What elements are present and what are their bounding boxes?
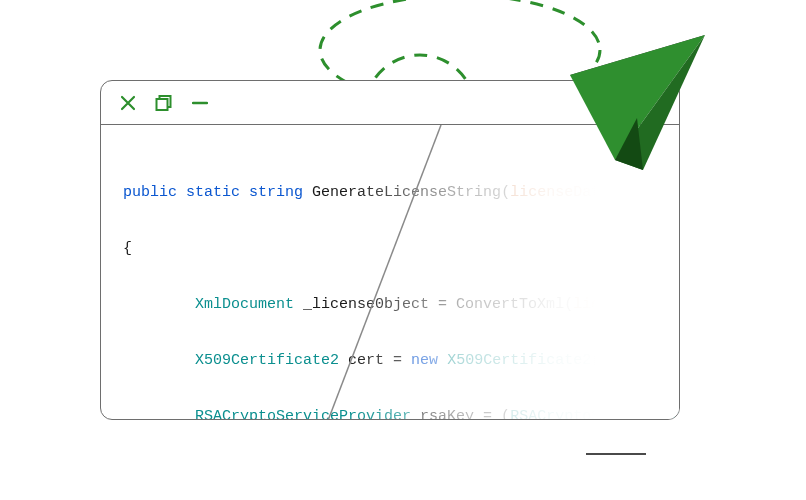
footer-line [586, 453, 646, 455]
indent [123, 408, 195, 420]
close: ); [600, 296, 618, 313]
equals: = [429, 296, 456, 313]
var-license: _license0bject [303, 296, 429, 313]
type-x509-2: X509Certificate2 [447, 352, 591, 369]
close-button[interactable] [119, 94, 137, 112]
indent [123, 296, 195, 313]
svg-rect-3 [157, 99, 168, 110]
code-line-4: X509Certificate2 cert = new X509Certific… [123, 347, 657, 375]
type-rsa-2: RSACryptoServiceProvi [510, 408, 680, 420]
paper-plane-icon [555, 20, 725, 190]
type-xmldocument: XmlDocument [195, 296, 294, 313]
equals: = [384, 352, 411, 369]
indent [123, 352, 195, 369]
equals: = [474, 408, 501, 420]
paren: ( [501, 408, 510, 420]
arg-certkey: certPrivateK [600, 352, 680, 369]
var-rsakey: rsaKey [420, 408, 474, 420]
type-string: string [249, 184, 303, 201]
paren-open: ( [501, 184, 510, 201]
type-rsa: RSACryptoServiceProvider [195, 408, 411, 420]
var-cert: cert [348, 352, 384, 369]
code-line-2: { [123, 235, 657, 263]
keyword-public: public [123, 184, 177, 201]
type-x509: X509Certificate2 [195, 352, 339, 369]
minimize-button[interactable] [191, 94, 209, 112]
code-line-5: RSACryptoServiceProvider rsaKey = (RSACr… [123, 403, 657, 420]
keyword-static: static [186, 184, 240, 201]
paren: ( [564, 296, 573, 313]
call-convert: ConvertToXml [456, 296, 564, 313]
paren: ( [591, 352, 600, 369]
method-name: GenerateLicenseString [312, 184, 501, 201]
restore-button[interactable] [155, 94, 173, 112]
arg-lic: lic [573, 296, 600, 313]
code-line-3: XmlDocument _license0bject = ConvertToXm… [123, 291, 657, 319]
keyword-new: new [411, 352, 438, 369]
